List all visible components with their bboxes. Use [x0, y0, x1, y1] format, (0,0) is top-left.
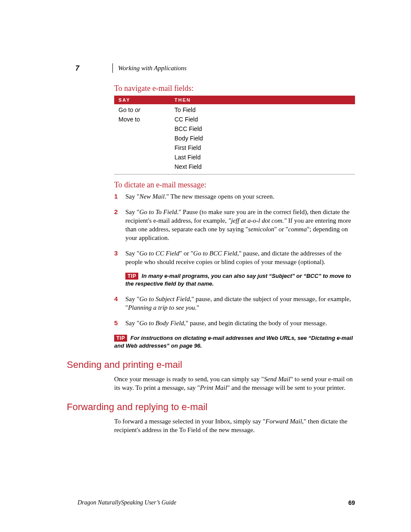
table-cell-then: To Field CC Field BCC Field Body Field F…: [170, 104, 355, 174]
para-sending: Once your message is ready to send, you …: [114, 375, 355, 392]
table-cell-say: Go to or Move to: [114, 104, 170, 174]
step-5: Say "Go to Body Field," pause, and begin…: [114, 319, 355, 327]
subsection-dictate-message: To dictate an e-mail message:: [114, 180, 355, 190]
step-1: Say "New Mail." The new message opens on…: [114, 192, 355, 201]
tip-2: TIP For instructions on dictating e-mail…: [114, 334, 355, 350]
command-table: SAY THEN Go to or Move to To Field CC Fi…: [114, 96, 355, 174]
page: 7 Working with Applications To navigate …: [0, 0, 411, 532]
chapter-number: 7: [75, 65, 79, 72]
tip-1: TIP In many e-mail programs, you can als…: [125, 272, 355, 288]
table-header-then: THEN: [170, 96, 355, 104]
footer-guide-title: Dragon NaturallySpeaking User’s Guide: [78, 499, 176, 506]
page-footer: Dragon NaturallySpeaking User’s Guide 69: [78, 499, 355, 506]
main-content: To navigate e-mail fields: SAY THEN Go t…: [114, 84, 355, 434]
running-header: Working with Applications: [112, 63, 187, 73]
step-2: Say "Go to To Field." Pause (to make sur…: [114, 208, 355, 242]
step-4: Say "Go to Subject Field," pause, and di…: [114, 295, 355, 312]
subsection-navigate-fields: To navigate e-mail fields:: [114, 84, 355, 93]
footer-page-number: 69: [348, 499, 355, 506]
section-forwarding-replying: Forwarding and replying to e-mail: [67, 401, 355, 413]
table-header-say: SAY: [114, 96, 170, 104]
steps-list: Say "New Mail." The new message opens on…: [114, 192, 355, 327]
step-3: Say "Go to CC Field" or "Go to BCC Field…: [114, 249, 355, 288]
section-sending-printing: Sending and printing e-mail: [67, 359, 355, 370]
para-forwarding: To forward a message selected in your In…: [114, 417, 355, 434]
